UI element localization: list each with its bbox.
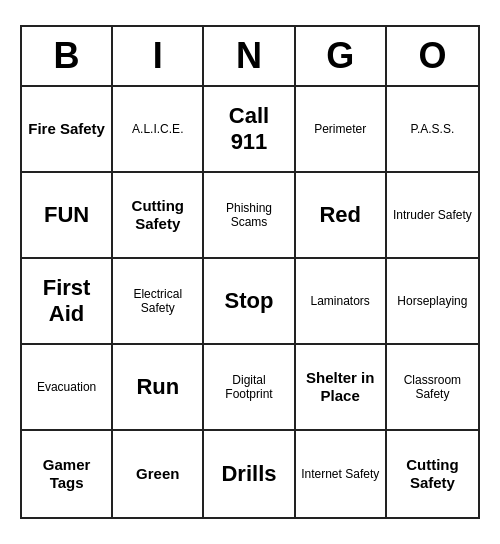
cell-text: Red xyxy=(319,202,361,228)
header-letter: N xyxy=(204,27,295,85)
cell-text: Horseplaying xyxy=(397,294,467,308)
cell-text: Cutting Safety xyxy=(117,197,198,233)
bingo-cell[interactable]: Green xyxy=(113,431,204,517)
bingo-cell[interactable]: Call 911 xyxy=(204,87,295,173)
bingo-cell[interactable]: Gamer Tags xyxy=(22,431,113,517)
header-letter: I xyxy=(113,27,204,85)
cell-text: Electrical Safety xyxy=(117,287,198,316)
bingo-cell[interactable]: Fire Safety xyxy=(22,87,113,173)
cell-text: Phishing Scams xyxy=(208,201,289,230)
cell-text: Shelter in Place xyxy=(300,369,381,405)
cell-text: Digital Footprint xyxy=(208,373,289,402)
bingo-cell[interactable]: Classroom Safety xyxy=(387,345,478,431)
cell-text: Perimeter xyxy=(314,122,366,136)
cell-text: Internet Safety xyxy=(301,467,379,481)
bingo-cell[interactable]: Cutting Safety xyxy=(113,173,204,259)
cell-text: Laminators xyxy=(311,294,370,308)
cell-text: P.A.S.S. xyxy=(410,122,454,136)
bingo-cell[interactable]: Run xyxy=(113,345,204,431)
bingo-cell[interactable]: FUN xyxy=(22,173,113,259)
bingo-cell[interactable]: Shelter in Place xyxy=(296,345,387,431)
cell-text: FUN xyxy=(44,202,89,228)
bingo-cell[interactable]: Evacuation xyxy=(22,345,113,431)
bingo-cell[interactable]: A.L.I.C.E. xyxy=(113,87,204,173)
cell-text: Gamer Tags xyxy=(26,456,107,492)
cell-text: Classroom Safety xyxy=(391,373,474,402)
cell-text: Green xyxy=(136,465,179,483)
header-letter: G xyxy=(296,27,387,85)
bingo-cell[interactable]: Red xyxy=(296,173,387,259)
bingo-cell[interactable]: First Aid xyxy=(22,259,113,345)
bingo-cell[interactable]: Internet Safety xyxy=(296,431,387,517)
cell-text: Stop xyxy=(225,288,274,314)
bingo-cell[interactable]: Cutting Safety xyxy=(387,431,478,517)
cell-text: A.L.I.C.E. xyxy=(132,122,183,136)
bingo-cell[interactable]: Laminators xyxy=(296,259,387,345)
bingo-cell[interactable]: Perimeter xyxy=(296,87,387,173)
bingo-card: BINGO Fire SafetyA.L.I.C.E.Call 911Perim… xyxy=(20,25,480,519)
cell-text: Call 911 xyxy=(208,103,289,156)
header-letter: O xyxy=(387,27,478,85)
bingo-header: BINGO xyxy=(22,27,478,87)
cell-text: Cutting Safety xyxy=(391,456,474,492)
bingo-grid: Fire SafetyA.L.I.C.E.Call 911PerimeterP.… xyxy=(22,87,478,517)
bingo-cell[interactable]: Phishing Scams xyxy=(204,173,295,259)
bingo-cell[interactable]: Horseplaying xyxy=(387,259,478,345)
bingo-cell[interactable]: Digital Footprint xyxy=(204,345,295,431)
cell-text: First Aid xyxy=(26,275,107,328)
header-letter: B xyxy=(22,27,113,85)
bingo-cell[interactable]: Stop xyxy=(204,259,295,345)
cell-text: Evacuation xyxy=(37,380,96,394)
bingo-cell[interactable]: Drills xyxy=(204,431,295,517)
cell-text: Fire Safety xyxy=(28,120,105,138)
cell-text: Drills xyxy=(221,461,276,487)
cell-text: Run xyxy=(136,374,179,400)
bingo-cell[interactable]: P.A.S.S. xyxy=(387,87,478,173)
bingo-cell[interactable]: Intruder Safety xyxy=(387,173,478,259)
cell-text: Intruder Safety xyxy=(393,208,472,222)
bingo-cell[interactable]: Electrical Safety xyxy=(113,259,204,345)
